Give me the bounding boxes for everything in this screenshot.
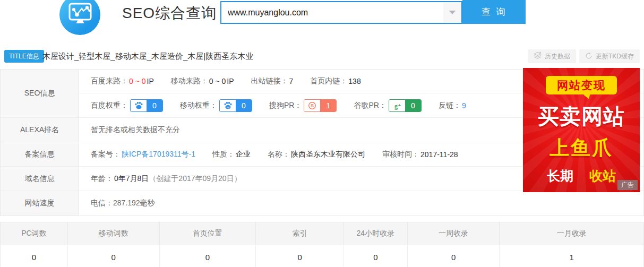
beian-number: 备案号： 陕ICP备17019311号-1: [91, 150, 195, 159]
stats-header-home-position: 首页位置: [160, 222, 256, 245]
refresh-tkd-button[interactable]: 更新TKD缓存: [579, 49, 640, 63]
ad-bubble: 网站变现: [546, 76, 617, 94]
beian-nature: 性质： 企业: [212, 150, 251, 159]
domain-created-note: （创建于2017年09月20日）: [149, 174, 241, 184]
stats-header-pc-words: PC词数: [1, 222, 68, 245]
svg-text:+: +: [398, 102, 401, 107]
stats-header-24h: 24小时收录: [344, 222, 408, 245]
google-pr: 谷歌PR： g + 0: [354, 99, 421, 112]
google-pr-badge[interactable]: g + 0: [389, 99, 422, 112]
mobile-paw-icon: m: [220, 100, 236, 111]
mobile-traffic-value: 0 ~ 0: [209, 77, 226, 85]
history-data-label: 历史数据: [545, 52, 570, 61]
refresh-icon: [585, 52, 593, 61]
search-box: [220, 1, 462, 24]
table-row-speed: 网站速度 电信：287.192毫秒: [1, 191, 643, 216]
stats-value-index: 0: [256, 245, 344, 267]
stats-value-pc-words: 0: [1, 245, 68, 267]
app-title: SEO综合查询: [122, 3, 217, 23]
analytics-monitor-icon: [68, 2, 92, 28]
mobile-weight-value: 0: [236, 100, 252, 111]
title-bar: TITLE信息 木屋设计_轻型木屋_移动木屋_木屋造价_木屋|陕西圣东木业 历史…: [0, 49, 644, 64]
backlinks-value[interactable]: 9: [462, 101, 466, 110]
baidu-weight-value: 0: [147, 100, 162, 111]
homepage-inlinks-value: 138: [348, 77, 360, 85]
chevron-down-icon: [449, 11, 456, 14]
mobile-weight: 移动权重： m: [180, 99, 252, 112]
baidu-paw-icon: [131, 100, 147, 111]
baidu-weight-badge[interactable]: 0: [130, 99, 163, 112]
seo-query-page: SEO综合查询 查 询 TITLE信息 木屋设计_轻型木屋_移动木屋_木屋造价_…: [0, 0, 644, 267]
ad-label-tag: 广告: [617, 180, 638, 190]
backlinks: 反链： 9: [439, 101, 466, 110]
row-label-beian: 备案信息: [1, 142, 79, 166]
svg-text:m: m: [227, 106, 229, 109]
stats-value-24h: 0: [344, 245, 408, 267]
stats-header-mobile-words: 移动词数: [68, 222, 160, 245]
history-data-button[interactable]: 历史数据: [528, 49, 576, 63]
ad-subline: 上鱼爪: [523, 135, 640, 161]
stats-header-index: 索引: [256, 222, 344, 245]
google-plus-icon: g +: [389, 100, 405, 111]
beian-number-link[interactable]: 陕ICP备17019311号-1: [122, 150, 195, 159]
stats-value-row: 0 0 0 0 0 0 1: [0, 245, 644, 267]
mobile-traffic: 移动来路： 0 ~ 0 IP: [171, 76, 234, 86]
layers-icon: [534, 51, 542, 61]
outbound-links-value: 7: [289, 77, 294, 85]
sogou-pr-badge[interactable]: S 1: [304, 99, 337, 112]
stats-value-mobile-words: 0: [68, 245, 160, 267]
sogou-pr-value: 1: [320, 100, 336, 111]
sogou-icon: S: [304, 100, 320, 111]
mobile-weight-badge[interactable]: m 0: [219, 99, 252, 112]
query-button[interactable]: 查 询: [462, 0, 526, 24]
outbound-links: 出站链接： 7: [251, 76, 294, 86]
app-logo: [59, 0, 100, 35]
stats-value-home-position: 0: [160, 245, 256, 267]
row-label-alexa: ALEXA排名: [1, 118, 79, 142]
stats-header-week: 一周收录: [408, 222, 500, 245]
stats-header-month: 一月收录: [500, 222, 643, 245]
speed-content: 电信：287.192毫秒: [79, 191, 643, 216]
beian-audit-time: 审核时间： 2017-11-28: [382, 150, 458, 159]
search-history-dropdown[interactable]: [443, 2, 461, 23]
homepage-inlinks: 首页内链： 138: [310, 76, 360, 86]
row-label-domain: 域名信息: [1, 167, 79, 191]
svg-text:S: S: [311, 103, 314, 108]
site-title-text: 木屋设计_轻型木屋_移动木屋_木屋造价_木屋|陕西圣东木业: [42, 49, 253, 63]
row-label-seo: SEO信息: [1, 70, 79, 117]
header: SEO综合查询 查 询: [0, 0, 644, 46]
title-bar-buttons: 历史数据 更新TKD缓存: [528, 49, 640, 63]
search-input[interactable]: [221, 2, 442, 23]
stats-value-month: 1: [500, 245, 643, 267]
row-label-speed: 网站速度: [1, 191, 79, 216]
title-info-badge: TITLE信息: [4, 50, 44, 63]
sogou-pr: 搜狗PR： S 1: [269, 99, 337, 112]
ad-headline: 买卖网站: [523, 102, 640, 131]
refresh-tkd-label: 更新TKD缓存: [596, 52, 634, 61]
stats-header-row: PC词数 移动词数 首页位置 索引 24小时收录 一周收录 一月收录: [0, 222, 644, 245]
stats-table: PC词数 移动词数 首页位置 索引 24小时收录 一周收录 一月收录 0 0 0…: [0, 222, 644, 267]
google-pr-value: 0: [405, 100, 421, 111]
beian-company-name: 名称： 陕西圣东木业有限公司: [268, 150, 365, 159]
domain-age: 年龄： 0年7月8日 （创建于2017年09月20日）: [91, 174, 242, 184]
baidu-traffic-value: 0 ~ 0: [129, 77, 146, 85]
svg-text:g: g: [394, 102, 398, 109]
stats-value-week: 0: [408, 245, 500, 267]
ad-banner[interactable]: 网站变现 买卖网站 上鱼爪 长期 收站 广告: [523, 68, 640, 192]
baidu-traffic: 百度来路： 0 ~ 0 IP: [91, 76, 154, 86]
baidu-weight: 百度权重： 0: [91, 99, 163, 112]
